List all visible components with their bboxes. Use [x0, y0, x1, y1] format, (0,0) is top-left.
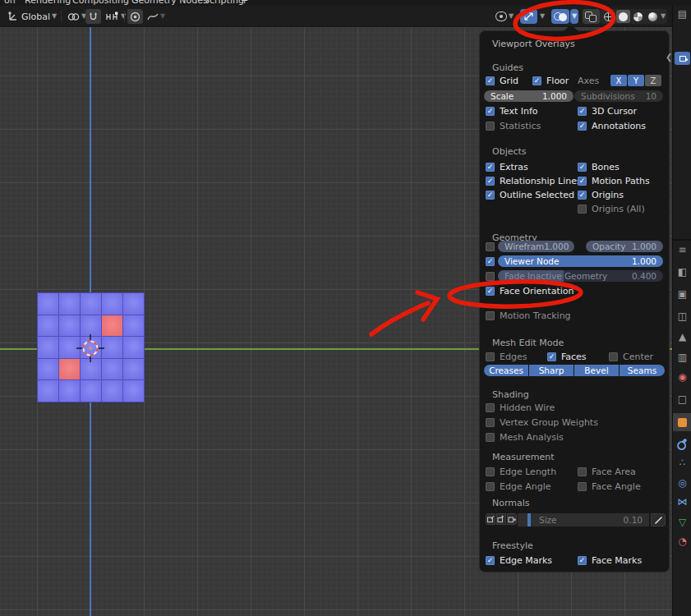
- creases-button[interactable]: Creases: [484, 365, 528, 376]
- proportional-editing-toggle[interactable]: [127, 9, 143, 24]
- collapse-panel-chevron[interactable]: ❮: [666, 53, 672, 62]
- face-orientation-checkbox[interactable]: ✓: [486, 287, 495, 296]
- snap-toggle-button[interactable]: [85, 9, 101, 24]
- seams-button[interactable]: Seams: [620, 365, 665, 376]
- grid-scale-slider[interactable]: Scale1.000: [484, 90, 574, 102]
- material-shading-button[interactable]: [631, 10, 645, 23]
- mesh-analysis-checkbox[interactable]: ✓: [486, 433, 495, 442]
- transform-orientation-dropdown[interactable]: Global ▼: [4, 9, 59, 24]
- output-icon[interactable]: ▣: [675, 287, 689, 301]
- split-normals-toggle[interactable]: [496, 513, 506, 525]
- motion-tracking-label: Motion Tracking: [500, 310, 571, 321]
- modifiers-icon[interactable]: [675, 436, 689, 449]
- statistics-checkbox[interactable]: ✓: [486, 122, 495, 131]
- world-icon[interactable]: ◉: [675, 370, 689, 384]
- front-face: [38, 293, 58, 315]
- object-visibility-dropdown[interactable]: ▼: [493, 9, 516, 24]
- render-icon[interactable]: ◧: [675, 265, 689, 278]
- outline-selected-checkbox[interactable]: ✓: [486, 191, 495, 200]
- wireframe-shading-button[interactable]: [601, 10, 615, 23]
- 3d-cursor-checkbox[interactable]: ✓: [578, 107, 587, 116]
- floor-checkbox[interactable]: ✓: [532, 76, 541, 85]
- annotations-checkbox[interactable]: ✓: [578, 122, 587, 131]
- text-info-label: Text Info: [500, 106, 538, 117]
- xray-icon: [585, 11, 597, 22]
- edge-marks-label: Edge Marks: [500, 555, 552, 566]
- add-workspace-button[interactable]: +: [241, 0, 248, 6]
- text-info-checkbox[interactable]: ✓: [486, 107, 495, 116]
- collection-icon[interactable]: ▥: [675, 351, 689, 364]
- face-normals-toggle[interactable]: [507, 513, 517, 525]
- origins-checkbox[interactable]: ✓: [578, 191, 587, 200]
- viewer-node-checkbox[interactable]: ✓: [486, 257, 495, 266]
- tool-icon[interactable]: ≡: [675, 243, 689, 256]
- node-editor-icon[interactable]: [675, 52, 690, 65]
- wireframe-checkbox[interactable]: ✓: [486, 242, 495, 251]
- extras-checkbox[interactable]: ✓: [486, 163, 495, 172]
- center-checkbox[interactable]: ✓: [609, 352, 618, 361]
- faces-checkbox[interactable]: ✓: [547, 352, 556, 361]
- view-layer-icon[interactable]: ◫: [675, 310, 689, 323]
- outliner-icon[interactable]: ▤: [675, 7, 689, 21]
- front-face: [123, 315, 144, 337]
- fade-inactive-slider[interactable]: Fade Inactive Geometry0.400: [498, 270, 663, 282]
- axis-z-button[interactable]: Z: [645, 75, 661, 86]
- hidden-wire-checkbox[interactable]: ✓: [486, 403, 495, 412]
- edges-checkbox[interactable]: ✓: [486, 352, 495, 361]
- motion-paths-checkbox[interactable]: ✓: [578, 177, 587, 186]
- edge-length-checkbox[interactable]: ✓: [486, 467, 495, 476]
- rendered-shading-button[interactable]: [646, 10, 660, 23]
- section-mesh-edit-mode: Mesh Edit Mode: [492, 338, 564, 348]
- front-face: [59, 380, 80, 402]
- opacity-slider[interactable]: Opacity1.000: [586, 241, 663, 252]
- face-area-checkbox[interactable]: ✓: [578, 467, 587, 476]
- particles-icon[interactable]: ∴: [675, 456, 689, 469]
- subdivisions-slider[interactable]: Subdivisions10: [574, 90, 663, 102]
- gizmos-dropdown[interactable]: ▼: [538, 9, 546, 24]
- constraints-icon[interactable]: ⋈: [675, 495, 689, 508]
- object-data-icon[interactable]: ▽: [675, 516, 689, 529]
- screen-space-normals-toggle[interactable]: [651, 513, 666, 526]
- menu-item-scripting[interactable]: Scripting: [204, 0, 244, 6]
- edge-marks-checkbox[interactable]: ✓: [486, 556, 495, 565]
- proportional-falloff-dropdown[interactable]: ▼: [145, 9, 168, 24]
- vertex-normals-toggle[interactable]: [486, 513, 495, 525]
- wireframe-slider[interactable]: Wirefram1.000: [498, 241, 574, 252]
- face-angle-checkbox[interactable]: ✓: [578, 482, 587, 491]
- overlays-dropdown-button[interactable]: ▼: [570, 9, 578, 24]
- bevel-button[interactable]: Bevel: [574, 365, 619, 376]
- show-overlays-button[interactable]: [551, 9, 569, 24]
- axis-x-button[interactable]: X: [610, 75, 627, 86]
- menu-item-geometry-nodes[interactable]: Geometry Nodes: [131, 0, 208, 6]
- face-marks-checkbox[interactable]: ✓: [578, 556, 587, 565]
- edge-angle-checkbox[interactable]: ✓: [486, 482, 495, 491]
- rendered-icon: [648, 12, 657, 21]
- relationship-lines-checkbox[interactable]: ✓: [486, 177, 495, 186]
- bones-checkbox[interactable]: ✓: [578, 163, 587, 172]
- scene-icon[interactable]: ▲: [675, 330, 689, 343]
- sharp-button[interactable]: Sharp: [529, 365, 574, 376]
- physics-icon[interactable]: ◎: [675, 476, 689, 490]
- solid-shading-button[interactable]: [616, 10, 630, 23]
- menu-item[interactable]: on: [4, 0, 16, 6]
- normals-size-slider[interactable]: Size0.10: [518, 513, 649, 526]
- object-icon[interactable]: [675, 416, 689, 429]
- front-face: [123, 359, 144, 380]
- viewer-node-slider[interactable]: Viewer Node1.000: [498, 255, 663, 267]
- region-divider[interactable]: [673, 239, 691, 241]
- chevron-down-icon: ▼: [572, 13, 577, 20]
- origins-all-checkbox[interactable]: ✓: [578, 205, 587, 214]
- vertex-group-weights-checkbox[interactable]: ✓: [486, 418, 495, 427]
- menu-item-compositing[interactable]: Compositing: [72, 0, 129, 6]
- display-icon[interactable]: □: [675, 393, 689, 406]
- toggle-xray-button[interactable]: [583, 9, 600, 24]
- grid-checkbox[interactable]: ✓: [486, 76, 495, 85]
- fade-inactive-checkbox[interactable]: ✓: [486, 272, 495, 281]
- axis-y-button[interactable]: Y: [628, 75, 644, 86]
- menu-item-rendering[interactable]: Rendering: [25, 0, 71, 6]
- face-marks-label: Face Marks: [592, 555, 642, 566]
- motion-tracking-checkbox[interactable]: ✓: [486, 311, 495, 320]
- front-face: [38, 359, 58, 380]
- material-icon[interactable]: ◔: [675, 535, 689, 548]
- show-gizmos-button[interactable]: [520, 9, 537, 24]
